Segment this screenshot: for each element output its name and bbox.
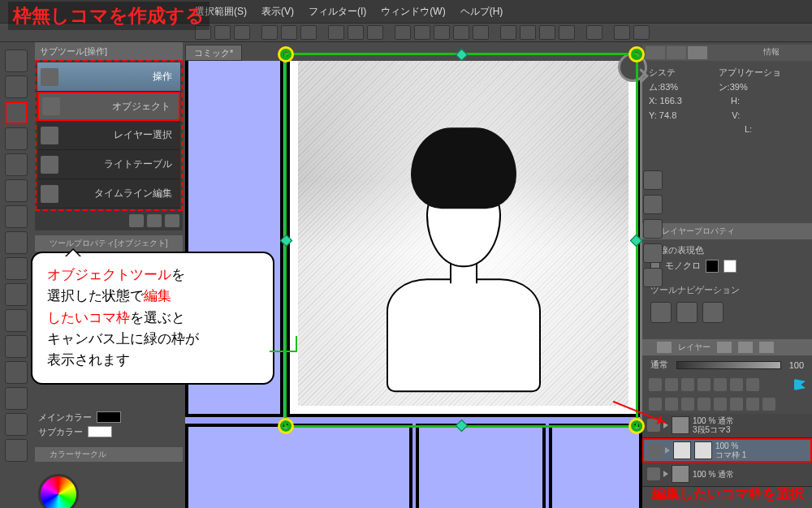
new-icon[interactable]	[261, 25, 278, 40]
layer-icon[interactable]	[746, 398, 759, 411]
layer-color-flag[interactable]	[794, 379, 806, 390]
toolbar-icon[interactable]	[559, 25, 575, 40]
toolbar-icon[interactable]	[414, 25, 430, 40]
subtool-layerselect[interactable]: レイヤー選択	[37, 121, 180, 150]
toolbar-icon[interactable]	[434, 25, 450, 40]
layer-panel-icon[interactable]	[759, 342, 774, 353]
tool-figure[interactable]	[5, 439, 28, 462]
color-wheel[interactable]	[38, 474, 79, 508]
layer-lock-icon[interactable]	[649, 378, 662, 391]
subtool-menu-icon[interactable]	[165, 214, 179, 227]
tab-navigator[interactable]	[646, 46, 665, 59]
layer-ruler-icon[interactable]	[746, 378, 759, 391]
main-color-chip[interactable]	[97, 411, 121, 423]
tool-brush[interactable]	[5, 257, 28, 280]
panel-icon[interactable]	[643, 170, 663, 190]
toolbar-icon[interactable]	[500, 25, 516, 40]
save-icon[interactable]	[300, 25, 317, 40]
layer-panel-icon[interactable]	[738, 342, 753, 353]
tool-marquee[interactable]	[5, 153, 28, 176]
sub-color-chip[interactable]	[88, 426, 112, 437]
tool-eraser[interactable]	[5, 335, 28, 358]
menu-view[interactable]: 表示(V)	[261, 5, 294, 19]
toolbar-icon[interactable]	[214, 25, 231, 40]
handle-corner-tl[interactable]	[278, 46, 294, 62]
opacity-slider[interactable]	[676, 361, 781, 369]
tool-airbrush[interactable]	[5, 283, 28, 306]
layer-mask-icon[interactable]	[730, 378, 743, 391]
layer-icon[interactable]	[681, 398, 694, 411]
tool-move[interactable]	[5, 75, 28, 98]
delete-layer-icon[interactable]	[762, 398, 775, 411]
handle-mid-top[interactable]	[456, 49, 469, 62]
redo-icon[interactable]	[348, 25, 364, 40]
toolbar-icon[interactable]	[539, 25, 555, 40]
comic-panel[interactable]	[416, 424, 546, 508]
tool-fill[interactable]	[5, 387, 28, 410]
subtool-lighttable[interactable]: ライトテーブル	[37, 150, 180, 179]
expand-icon[interactable]	[663, 471, 668, 477]
menu-window[interactable]: ウィンドウ(W)	[381, 5, 445, 19]
tool-layermove[interactable]	[5, 127, 28, 150]
quick-access-icon[interactable]	[618, 53, 647, 82]
layer-folder-row[interactable]: 100 % 通常3段5コマ3	[642, 414, 812, 438]
toolnav-icon[interactable]	[702, 302, 723, 323]
blend-mode-select[interactable]: 通常	[650, 359, 668, 371]
layer-icon[interactable]	[714, 398, 727, 411]
layer-frame-row[interactable]: 100 %コマ枠 1	[642, 438, 812, 463]
toolbar-icon[interactable]	[473, 25, 489, 40]
tool-wand[interactable]	[5, 179, 28, 202]
layer-pixellock-icon[interactable]	[665, 378, 678, 391]
panel-icon[interactable]	[643, 268, 663, 287]
panel-icon[interactable]	[643, 219, 663, 239]
layer-draft-icon[interactable]	[714, 378, 727, 391]
layer-clip-icon[interactable]	[681, 378, 694, 391]
panel-icon[interactable]	[643, 195, 663, 214]
visibility-icon[interactable]	[647, 467, 660, 480]
layer-folder-row[interactable]: 100 % 通常	[642, 463, 812, 487]
ruler-icon[interactable]	[586, 25, 603, 40]
menu-help[interactable]: ヘルプ(H)	[460, 5, 503, 19]
toolnav-icon[interactable]	[650, 302, 672, 323]
tool-blend[interactable]	[5, 361, 28, 384]
undo-icon[interactable]	[328, 25, 344, 40]
toolbar-icon[interactable]	[520, 25, 536, 40]
toolbar-icon[interactable]	[633, 25, 650, 40]
layer-icon[interactable]	[730, 398, 743, 411]
menu-filter[interactable]: フィルター(I)	[309, 5, 366, 19]
panel-icon[interactable]	[643, 243, 663, 263]
tool-pen[interactable]	[5, 205, 28, 228]
layer-panel-icon[interactable]	[717, 342, 732, 353]
open-icon[interactable]	[281, 25, 297, 40]
clear-icon[interactable]	[367, 25, 383, 40]
tool-operation[interactable]	[5, 101, 28, 124]
toolbar-icon[interactable]	[234, 25, 250, 40]
layer-ref-icon[interactable]	[698, 378, 710, 391]
tab-info[interactable]	[688, 46, 707, 59]
subtool-timeline[interactable]: タイムライン編集	[37, 179, 180, 209]
toolbar-icon[interactable]	[453, 25, 469, 40]
swatch-white[interactable]	[723, 260, 736, 273]
toolbar-icon[interactable]	[614, 25, 630, 40]
tool-deco[interactable]	[5, 309, 28, 332]
new-layer-icon[interactable]	[649, 398, 662, 411]
expand-icon[interactable]	[665, 447, 670, 454]
tool-gradient[interactable]	[5, 413, 28, 436]
subtool-operation[interactable]: 操作	[37, 62, 180, 92]
toolnav-icon[interactable]	[676, 302, 698, 323]
document-tab[interactable]: コミック*	[185, 45, 242, 61]
layer-icon[interactable]	[698, 398, 710, 411]
comic-panel[interactable]	[549, 424, 642, 508]
tool-pencil[interactable]	[5, 231, 28, 254]
tool-zoom[interactable]	[5, 50, 28, 72]
comic-panel-main[interactable]	[287, 61, 640, 417]
swatch-black[interactable]	[706, 260, 719, 273]
new-folder-icon[interactable]	[665, 398, 678, 411]
tab-subview[interactable]	[667, 46, 686, 59]
subtool-delete-icon[interactable]	[147, 214, 162, 227]
subtool-add-icon[interactable]	[129, 214, 144, 227]
visibility-icon[interactable]	[649, 444, 662, 457]
toolbar-icon[interactable]	[395, 25, 411, 40]
main-color-row[interactable]: メインカラー	[35, 410, 183, 424]
subtool-object[interactable]: オブジェクト	[37, 92, 180, 121]
